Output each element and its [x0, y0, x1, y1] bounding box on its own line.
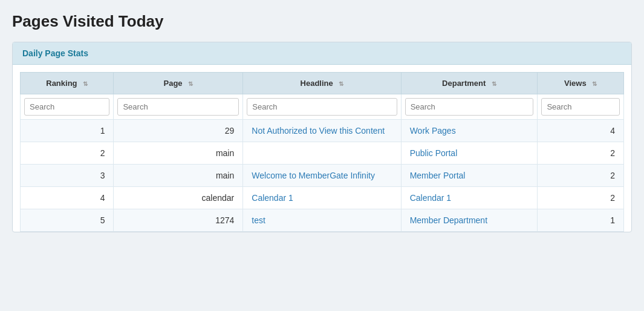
headline-link[interactable]: test: [252, 215, 265, 225]
search-cell-views: [538, 94, 624, 120]
search-input-headline[interactable]: [247, 98, 397, 116]
cell-headline[interactable]: Calendar 1: [243, 187, 401, 209]
cell-ranking: 4: [21, 187, 114, 209]
table-row: 3mainWelcome to MemberGate InfinityMembe…: [21, 165, 624, 187]
cell-headline: [243, 142, 401, 165]
col-header-department: Department ⇅: [401, 73, 538, 94]
search-input-department[interactable]: [405, 98, 534, 116]
cell-headline[interactable]: Not Authorized to View this Content: [243, 120, 401, 142]
table-row: 4calendarCalendar 1Calendar 12: [21, 187, 624, 209]
cell-page: main: [114, 165, 243, 187]
stats-card: Daily Page Stats Ranking ⇅ Page ⇅ Headli…: [12, 42, 632, 232]
search-input-ranking[interactable]: [24, 98, 109, 116]
cell-department[interactable]: Member Portal: [401, 165, 538, 187]
cell-views: 1: [538, 209, 624, 232]
search-input-page[interactable]: [117, 98, 239, 116]
cell-ranking: 3: [21, 165, 114, 187]
headline-link[interactable]: Welcome to MemberGate Infinity: [252, 171, 375, 180]
department-link[interactable]: Member Department: [410, 215, 487, 225]
cell-ranking: 1: [21, 120, 114, 142]
page-title: Pages Visited Today: [12, 12, 632, 31]
cell-ranking: 2: [21, 142, 114, 165]
sort-icon-page: ⇅: [188, 80, 193, 87]
table-wrapper: Ranking ⇅ Page ⇅ Headline ⇅ Department ⇅: [13, 65, 631, 232]
table-row: 129Not Authorized to View this ContentWo…: [21, 120, 624, 142]
cell-department[interactable]: Public Portal: [401, 142, 538, 165]
sort-icon-ranking: ⇅: [83, 80, 88, 87]
department-link[interactable]: Member Portal: [410, 171, 466, 180]
table-header-row: Ranking ⇅ Page ⇅ Headline ⇅ Department ⇅: [21, 73, 624, 94]
department-link[interactable]: Work Pages: [410, 126, 456, 136]
cell-page: 1274: [114, 209, 243, 232]
department-link[interactable]: Public Portal: [410, 148, 458, 158]
col-header-views: Views ⇅: [538, 73, 624, 94]
col-header-ranking: Ranking ⇅: [21, 73, 114, 94]
cell-department[interactable]: Calendar 1: [401, 187, 538, 209]
cell-page: 29: [114, 120, 243, 142]
card-header: Daily Page Stats: [13, 42, 631, 65]
cell-views: 2: [538, 142, 624, 165]
cell-views: 2: [538, 165, 624, 187]
cell-department[interactable]: Work Pages: [401, 120, 538, 142]
headline-link[interactable]: Calendar 1: [252, 193, 293, 203]
department-link[interactable]: Calendar 1: [410, 193, 452, 203]
sort-icon-views: ⇅: [592, 80, 597, 87]
table-row: 2mainPublic Portal2: [21, 142, 624, 165]
col-header-page: Page ⇅: [114, 73, 243, 94]
cell-page: calendar: [114, 187, 243, 209]
headline-link[interactable]: Not Authorized to View this Content: [252, 126, 385, 136]
cell-headline[interactable]: Welcome to MemberGate Infinity: [243, 165, 401, 187]
stats-table: Ranking ⇅ Page ⇅ Headline ⇅ Department ⇅: [20, 72, 624, 232]
search-input-views[interactable]: [541, 98, 620, 116]
cell-views: 2: [538, 187, 624, 209]
cell-headline[interactable]: test: [243, 209, 401, 232]
search-cell-department: [401, 94, 538, 120]
cell-page: main: [114, 142, 243, 165]
search-cell-page: [114, 94, 243, 120]
table-body: 129Not Authorized to View this ContentWo…: [21, 120, 624, 232]
col-header-headline: Headline ⇅: [243, 73, 401, 94]
table-row: 51274testMember Department1: [21, 209, 624, 232]
search-cell-ranking: [21, 94, 114, 120]
sort-icon-department: ⇅: [492, 80, 496, 87]
cell-department[interactable]: Member Department: [401, 209, 538, 232]
cell-views: 4: [538, 120, 624, 142]
search-cell-headline: [243, 94, 401, 120]
cell-ranking: 5: [21, 209, 114, 232]
search-row: [21, 94, 624, 120]
sort-icon-headline: ⇅: [339, 80, 343, 87]
